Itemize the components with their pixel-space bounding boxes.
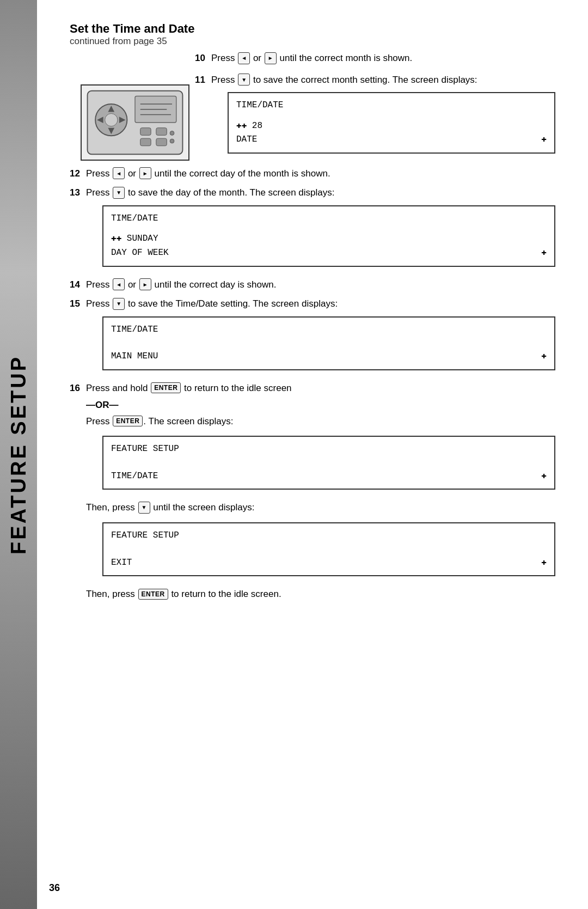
step-13: 13 Press to save the day of the month. T…	[70, 186, 555, 272]
screen-16or-line1: FEATURE SETUP	[111, 442, 547, 456]
screen-15-line1: TIME/DATE	[111, 323, 547, 337]
enter-icon-final: ENTER	[138, 589, 168, 600]
svg-rect-13	[140, 138, 151, 146]
step-11-text: Press to save the correct month setting.…	[211, 73, 555, 159]
step-10-number: 10	[195, 51, 211, 65]
step-15-number: 15	[70, 297, 86, 311]
screen-15-line3: MAIN MENU ✚	[111, 350, 547, 364]
screen-11-line1: TIME/DATE	[236, 99, 547, 113]
screen-box-11: TIME/DATE ✚✚ 28 DATE ✚	[228, 92, 555, 154]
left-arrow-icon-12	[113, 167, 125, 179]
step-14: 14 Press or until the correct day is sho…	[70, 278, 555, 292]
screen-box-13: TIME/DATE ✚✚ SUNDAY DAY OF WEEK ✚	[102, 205, 555, 267]
svg-rect-12	[156, 128, 167, 136]
step-16-number: 16	[70, 381, 86, 395]
or-divider: —OR—	[86, 400, 119, 410]
screen-16or-line3: TIME/DATE ✚	[111, 469, 547, 484]
right-arrow-icon	[265, 52, 277, 64]
screen-13-line2: ✚✚ SUNDAY	[111, 232, 547, 246]
page-subtitle: continued from page 35	[70, 36, 555, 47]
step-15: 15 Press to save the Time/Date setting. …	[70, 297, 555, 376]
step-16: 16 Press and hold ENTER to return to the…	[70, 381, 555, 603]
final-press-line: Then, press ENTER to return to the idle …	[86, 587, 555, 601]
then-press-line: Then, press until the screen displays:	[86, 501, 555, 515]
sidebar-label: FEATURE SETUP	[7, 355, 30, 554]
instructions: 10 Press or until the correct month is s…	[195, 51, 555, 159]
screen-11-line2: ✚✚ 28	[236, 119, 547, 133]
down-arrow-icon-15	[113, 298, 125, 310]
svg-point-6	[105, 113, 118, 126]
screen-13-line3: DAY OF WEEK ✚	[111, 246, 547, 260]
left-arrow-icon	[238, 52, 250, 64]
right-arrow-icon-14	[139, 278, 151, 290]
left-arrow-icon-14	[113, 278, 125, 290]
device-image	[81, 84, 189, 161]
main-content: Set the Time and Date continued from pag…	[37, 0, 588, 909]
svg-rect-11	[140, 128, 151, 136]
step-16-text: Press and hold ENTER to return to the id…	[86, 381, 555, 603]
down-arrow-icon	[238, 74, 250, 86]
svg-point-15	[170, 131, 174, 136]
step-14-number: 14	[70, 278, 86, 292]
step-12: 12 Press or until the correct day of the…	[70, 167, 555, 181]
enter-icon-16b: ENTER	[113, 416, 143, 426]
title-section: Set the Time and Date continued from pag…	[70, 22, 555, 47]
down-arrow-icon-then	[138, 502, 150, 514]
enter-icon-16: ENTER	[151, 382, 181, 393]
svg-rect-14	[156, 138, 167, 146]
screen-box-16or: FEATURE SETUP TIME/DATE ✚	[102, 436, 555, 490]
full-steps: 12 Press or until the correct day of the…	[70, 167, 555, 603]
screen-11-line3: DATE ✚	[236, 133, 547, 147]
step-13-number: 13	[70, 186, 86, 200]
screen-16then-line3: EXIT ✚	[111, 556, 547, 570]
step-12-number: 12	[70, 167, 86, 181]
svg-point-16	[170, 139, 174, 143]
sidebar: FEATURE SETUP	[0, 0, 37, 909]
step-11-number: 11	[195, 73, 211, 87]
page-number: 36	[49, 882, 60, 894]
press-enter-line: Press ENTER. The screen displays:	[86, 414, 555, 429]
step-11: 11 Press to save the correct month setti…	[195, 73, 555, 159]
step-14-text: Press or until the correct day is shown.	[86, 278, 555, 292]
right-arrow-icon-12	[139, 167, 151, 179]
page-title: Set the Time and Date	[70, 22, 555, 36]
step-15-text: Press to save the Time/Date setting. The…	[86, 297, 555, 376]
down-arrow-icon-13	[113, 187, 125, 199]
screen-16then-line1: FEATURE SETUP	[111, 529, 547, 543]
screen-box-16then: FEATURE SETUP EXIT ✚	[102, 522, 555, 576]
screen-13-line1: TIME/DATE	[111, 212, 547, 226]
step-10-text: Press or until the correct month is show…	[211, 51, 555, 65]
screen-box-15: TIME/DATE MAIN MENU ✚	[102, 316, 555, 370]
step-12-text: Press or until the correct day of the mo…	[86, 167, 555, 181]
step-13-text: Press to save the day of the month. The …	[86, 186, 555, 272]
step-10: 10 Press or until the correct month is s…	[195, 51, 555, 65]
